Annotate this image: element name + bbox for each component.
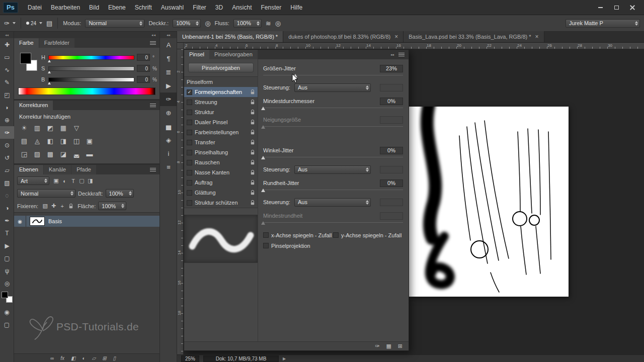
lock-icon[interactable] bbox=[251, 130, 255, 135]
navigator-panel-icon[interactable]: ◈ bbox=[160, 133, 177, 147]
actions-panel-icon[interactable]: ▶ bbox=[160, 79, 177, 93]
color-balance-icon[interactable]: ◬ bbox=[31, 135, 43, 146]
tab-kanaele[interactable]: Kanäle bbox=[44, 165, 71, 174]
tab-farbfelder[interactable]: Farbfelder bbox=[39, 38, 74, 48]
panel-menu-icon[interactable] bbox=[150, 168, 156, 172]
menu-item-hilfe[interactable]: Hilfe bbox=[286, 0, 307, 15]
maximize-button[interactable] bbox=[610, 3, 623, 12]
color-swatches[interactable] bbox=[2, 292, 13, 303]
color-slider-track[interactable] bbox=[48, 55, 134, 60]
lock-icon[interactable] bbox=[251, 200, 255, 205]
channel-mixer-icon[interactable]: ◫ bbox=[70, 135, 83, 146]
eyedropper-tool[interactable]: ◗ bbox=[0, 101, 14, 114]
exposure-icon[interactable]: ▦ bbox=[57, 122, 69, 133]
quick-mask-button[interactable]: ◉ bbox=[0, 306, 14, 318]
tablet-size-icon[interactable]: ◎ bbox=[275, 20, 281, 27]
slider-thumb[interactable] bbox=[261, 189, 265, 192]
menu-item-fenster[interactable]: Fenster bbox=[257, 0, 286, 15]
param-value-mindestdurchmesser[interactable]: 0% bbox=[380, 98, 403, 105]
canvas[interactable] bbox=[409, 107, 569, 297]
checkbox-streuung[interactable] bbox=[187, 100, 192, 105]
strip-collapse[interactable]: ◂◂ bbox=[160, 32, 177, 38]
link-layers-icon[interactable]: ∞ bbox=[50, 355, 54, 361]
lock-icon[interactable] bbox=[251, 110, 255, 115]
filter-pixel-layers-icon[interactable]: ▣ bbox=[52, 177, 60, 185]
toggle-brush-panel-button[interactable]: ▤ bbox=[46, 20, 52, 27]
invert-icon[interactable]: ◲ bbox=[18, 148, 30, 159]
checkbox-transfer[interactable] bbox=[187, 140, 192, 145]
param-value-neigungsgröße[interactable] bbox=[380, 116, 403, 124]
menu-item-bearbeiten[interactable]: Bearbeiten bbox=[46, 0, 85, 15]
dodge-tool[interactable]: ◑ bbox=[0, 202, 14, 214]
slider-neigungsgröße[interactable] bbox=[263, 124, 403, 130]
checkbox-struktur[interactable] bbox=[187, 110, 192, 115]
pattern-icon[interactable]: ▬ bbox=[84, 148, 96, 159]
checkbox-nasse-kanten[interactable] bbox=[187, 170, 192, 175]
history-brush-tool[interactable]: ↺ bbox=[0, 151, 14, 164]
slider-mindestrundheit[interactable] bbox=[263, 220, 403, 226]
color-slider-thumb[interactable] bbox=[48, 60, 51, 62]
color-slider-value[interactable]: 0 bbox=[137, 65, 150, 72]
color-slider-value[interactable]: 0 bbox=[137, 54, 150, 61]
brush-stroke-preview-icon[interactable]: ✑ bbox=[375, 343, 379, 349]
layer-fill-select[interactable]: 100% bbox=[98, 202, 126, 210]
color-slider-track[interactable] bbox=[48, 77, 134, 82]
checkbox-x-achse-spiegeln-zufall[interactable] bbox=[263, 232, 269, 238]
slider-thumb[interactable] bbox=[261, 107, 265, 110]
slider-mindestdurchmesser[interactable] bbox=[263, 105, 403, 112]
color-slider-track[interactable] bbox=[48, 66, 134, 71]
filter-shape-layers-icon[interactable]: ▢ bbox=[77, 177, 86, 185]
tab-close-icon[interactable]: × bbox=[394, 33, 398, 40]
document-tab-1[interactable]: Unbenannt-1 bei 25% (Basis, RGB/8) * bbox=[177, 31, 283, 42]
layer-filter-select[interactable]: Art bbox=[17, 176, 49, 185]
slider-thumb[interactable] bbox=[261, 125, 265, 129]
lock-pixels-icon[interactable]: ✚ bbox=[49, 202, 58, 210]
tab-ebenen[interactable]: Ebenen bbox=[14, 165, 43, 174]
menu-item-ansicht[interactable]: Ansicht bbox=[227, 0, 256, 15]
option-pinselprojektion[interactable]: Pinselprojektion bbox=[263, 243, 335, 249]
foreground-color-swatch[interactable] bbox=[20, 53, 31, 64]
mode-select[interactable]: Normal bbox=[85, 19, 144, 28]
brush-list-item-dualer-pinsel[interactable]: Dualer Pinsel bbox=[184, 117, 258, 127]
checkbox-formeigenschaften[interactable]: ✓ bbox=[187, 89, 192, 95]
color-slider-value[interactable]: 0 bbox=[137, 76, 150, 83]
checkbox-farbeinstellungen[interactable] bbox=[187, 130, 192, 135]
paragraph-panel-icon[interactable]: ¶ bbox=[160, 52, 177, 65]
ruler-v[interactable]: 24681012141618 bbox=[177, 49, 184, 354]
param-value-größen-jitter[interactable]: 23% bbox=[380, 65, 403, 72]
color-spectrum-bar[interactable] bbox=[18, 87, 155, 95]
panel-menu-icon[interactable] bbox=[150, 104, 156, 108]
black-white-icon[interactable]: ◧ bbox=[44, 135, 56, 146]
color-slider-thumb[interactable] bbox=[48, 82, 51, 84]
brush-list-item-pinselhaltung[interactable]: Pinselhaltung bbox=[184, 147, 258, 157]
tab-pfade[interactable]: Pfade bbox=[71, 165, 96, 174]
layer-mask-icon[interactable]: ◧ bbox=[71, 355, 75, 361]
menu-item-bild[interactable]: Bild bbox=[85, 0, 104, 15]
option-y-achse-spiegeln-zufall[interactable]: y-Achse spiegeln - Zufall bbox=[333, 232, 403, 238]
menu-item-ebene[interactable]: Ebene bbox=[104, 0, 130, 15]
posterize-icon[interactable]: ▨ bbox=[31, 148, 43, 159]
texture-icon[interactable]: ▦ bbox=[386, 343, 391, 349]
checkbox-auftrag[interactable] bbox=[187, 180, 192, 186]
brush-list-item-formeigenschaften[interactable]: ✓Formeigenschaften bbox=[184, 87, 258, 97]
slider-rundheit-jitter[interactable] bbox=[263, 187, 403, 194]
clone-source-panel-icon[interactable]: ⊕ bbox=[160, 106, 177, 120]
threshold-icon[interactable]: ▩ bbox=[44, 148, 56, 159]
brush-list-item-pinselform[interactable]: Pinselform bbox=[184, 77, 258, 87]
photo-filter-icon[interactable]: ◨ bbox=[57, 135, 69, 146]
new-brush-icon[interactable]: ⊞ bbox=[398, 343, 403, 349]
shape-tool[interactable]: ▢ bbox=[0, 252, 14, 264]
curves-icon[interactable]: ◩ bbox=[44, 122, 56, 133]
histogram-panel-icon[interactable]: ▅ bbox=[160, 120, 177, 133]
lock-icon[interactable] bbox=[251, 100, 255, 105]
layer-visibility-toggle[interactable]: ◉ bbox=[14, 216, 26, 227]
brush-list-item-nasse-kanten[interactable]: Nasse Kanten bbox=[184, 167, 258, 177]
type-tool[interactable]: T bbox=[0, 227, 14, 239]
eraser-tool[interactable]: ▱ bbox=[0, 164, 14, 176]
brush-tool[interactable]: ✑ bbox=[0, 126, 14, 139]
levels-icon[interactable]: ▥ bbox=[31, 122, 43, 133]
filter-adjustment-layers-icon[interactable]: ◐ bbox=[60, 177, 69, 185]
lock-icon[interactable] bbox=[251, 170, 255, 175]
tab-farbe[interactable]: Farbe bbox=[14, 38, 39, 48]
lock-icon[interactable] bbox=[251, 160, 255, 165]
